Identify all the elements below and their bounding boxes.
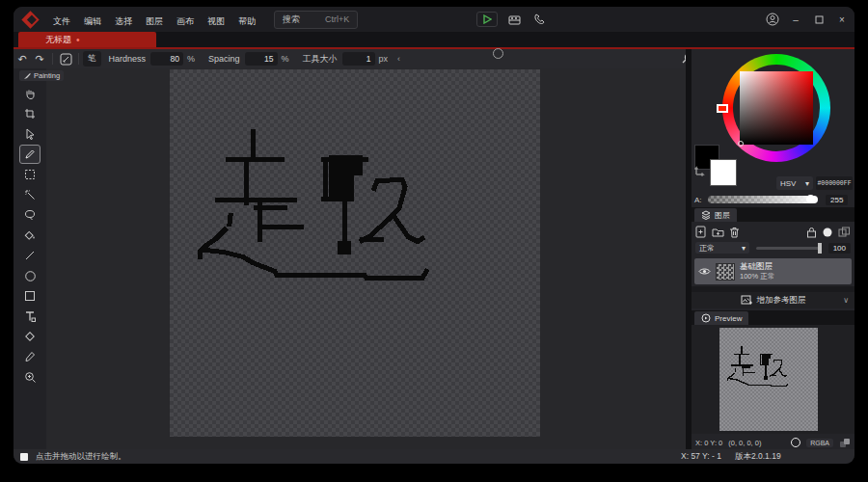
preview-area — [692, 325, 854, 434]
eraser-tool[interactable] — [19, 327, 41, 346]
rect-select-tool[interactable] — [19, 165, 41, 184]
menu-item-图层[interactable]: 图层 — [139, 13, 170, 29]
caret-down-icon: ▾ — [742, 244, 746, 253]
color-mode-badge[interactable]: RGBA — [806, 439, 833, 447]
drawing-canvas[interactable] — [170, 69, 540, 437]
layers-tab[interactable]: 图层 — [694, 208, 737, 222]
menu-item-视图[interactable]: 视图 — [201, 13, 231, 29]
tool-options-bar: ↶ ↷ 笔 Hardness 80 % Spacing 15 % 工具大小 1 … — [14, 49, 692, 68]
saturation-value-square[interactable] — [740, 71, 813, 145]
unsaved-dot: • — [76, 35, 80, 45]
call-share-icon[interactable] — [530, 11, 548, 28]
spacing-label: Spacing — [208, 54, 240, 64]
pan-tool[interactable] — [19, 84, 41, 103]
rectangle-tool[interactable] — [19, 286, 41, 306]
separator — [78, 53, 79, 65]
ellipse-tool[interactable] — [19, 266, 41, 285]
lasso-tool[interactable] — [19, 205, 41, 225]
menu-item-文件[interactable]: 文件 — [46, 13, 77, 29]
magic-wand-tool[interactable] — [19, 185, 41, 204]
layer-thumbnail[interactable] — [716, 263, 735, 281]
color-picker-tool[interactable] — [19, 347, 41, 366]
layer-visibility-icon[interactable] — [698, 267, 711, 276]
collapse-options-icon[interactable]: ‹ — [397, 54, 400, 64]
minimize-button[interactable]: – — [787, 11, 804, 28]
layer-opacity-value[interactable]: 100 — [828, 243, 851, 254]
lock-layer-icon[interactable] — [806, 227, 817, 238]
text-tool[interactable] — [19, 307, 41, 326]
preview-coords: X: 0 Y: 0 — [695, 439, 722, 447]
hex-color-input[interactable]: #000000FF — [816, 176, 853, 190]
delete-layer-icon[interactable] — [729, 227, 740, 238]
brush-settings-icon[interactable] — [57, 50, 74, 67]
alpha-slider-handle[interactable] — [806, 195, 815, 203]
alpha-slider[interactable] — [708, 196, 818, 203]
layer-mask-icon[interactable] — [822, 227, 833, 238]
menubar-center-icons — [476, 11, 548, 28]
zoom-tool[interactable] — [19, 367, 41, 387]
hue-handle[interactable] — [717, 104, 728, 113]
search-input[interactable]: 搜索 Ctrl+K — [274, 11, 358, 29]
bucket-tool[interactable] — [19, 226, 41, 245]
alpha-label: A: — [694, 196, 708, 204]
file-tab-untitled[interactable]: 无标题 • — [18, 32, 156, 47]
tool-size-unit: px — [379, 54, 389, 64]
blend-row: 正常 ▾ 100 — [692, 241, 854, 254]
layer-opacity-handle[interactable] — [818, 243, 822, 254]
maximize-button[interactable] — [810, 11, 827, 28]
hardness-input[interactable]: 80 — [150, 52, 183, 66]
undo-icon[interactable]: ↶ — [14, 50, 31, 67]
menu-item-帮助[interactable]: 帮助 — [231, 13, 262, 29]
crop-tool[interactable] — [19, 104, 41, 123]
cursor-coords: X: 57 Y: - 1 — [681, 451, 721, 463]
chevron-down-icon[interactable]: ∨ — [843, 296, 849, 305]
circle-indicator-icon[interactable] — [791, 438, 800, 447]
layer-list: 基础图层100% 正常 — [692, 257, 854, 285]
app-logo-icon — [21, 11, 39, 28]
preview-tab-row: Preview — [692, 310, 854, 325]
status-bar: 点击并拖动以进行绘制。 X: 57 Y: - 1 版本2.0.1.19 — [14, 449, 854, 464]
layer-row[interactable]: 基础图层100% 正常 — [694, 258, 852, 284]
layer-name: 基础图层 — [740, 261, 774, 272]
tool-size-input[interactable]: 1 — [342, 52, 375, 66]
caret-down-icon: ▾ — [805, 179, 809, 188]
mini-layers-icon[interactable] — [839, 438, 851, 448]
sv-cursor[interactable] — [738, 141, 744, 147]
color-mode-dropdown[interactable]: HSV ▾ — [776, 176, 813, 190]
tool-category-chip[interactable]: Painting — [19, 70, 64, 81]
swap-colors-icon[interactable] — [693, 163, 707, 176]
add-layer-icon[interactable] — [695, 226, 707, 238]
canvas-workspace[interactable] — [46, 68, 686, 449]
add-reference-layer-button[interactable]: 增加参考图层 ∨ — [692, 292, 854, 308]
spacing-input[interactable]: 15 — [245, 52, 278, 66]
line-tool[interactable] — [19, 246, 41, 265]
spacing-unit: % — [282, 54, 289, 64]
preview-tab[interactable]: Preview — [694, 311, 748, 325]
brush-type-badge[interactable]: 笔 — [83, 51, 101, 67]
video-export-icon[interactable] — [505, 11, 523, 28]
duplicate-layer-icon[interactable] — [838, 227, 851, 238]
alpha-value[interactable]: 255 — [826, 195, 848, 205]
tool-size-label: 工具大小 — [303, 53, 338, 66]
menubar: 文件编辑选择图层画布视图帮助 搜索 Ctrl+K – × — [14, 7, 854, 32]
app-version: 版本2.0.1.19 — [735, 451, 781, 463]
secondary-color-swatch[interactable] — [710, 159, 737, 186]
layers-tab-row: 图层 — [692, 207, 854, 222]
menu-item-选择[interactable]: 选择 — [108, 13, 139, 29]
account-icon[interactable] — [764, 11, 781, 28]
search-label: 搜索 — [283, 13, 300, 26]
redo-icon[interactable]: ↷ — [31, 50, 48, 67]
play-animation-button[interactable] — [476, 12, 498, 27]
app-window: 文件编辑选择图层画布视图帮助 搜索 Ctrl+K – × — [14, 7, 854, 464]
pencil-tool[interactable] — [19, 145, 41, 164]
menu-item-画布[interactable]: 画布 — [170, 13, 201, 29]
add-group-icon[interactable] — [712, 227, 724, 238]
layer-opacity-slider[interactable] — [756, 247, 822, 250]
menu-item-编辑[interactable]: 编辑 — [77, 13, 108, 29]
window-controls: – × — [764, 11, 851, 28]
blend-mode-dropdown[interactable]: 正常 ▾ — [695, 242, 749, 254]
close-button[interactable]: × — [833, 11, 851, 28]
alpha-row: A: 255 — [694, 194, 852, 205]
move-cursor-tool[interactable] — [19, 124, 41, 144]
search-shortcut: Ctrl+K — [325, 14, 349, 24]
